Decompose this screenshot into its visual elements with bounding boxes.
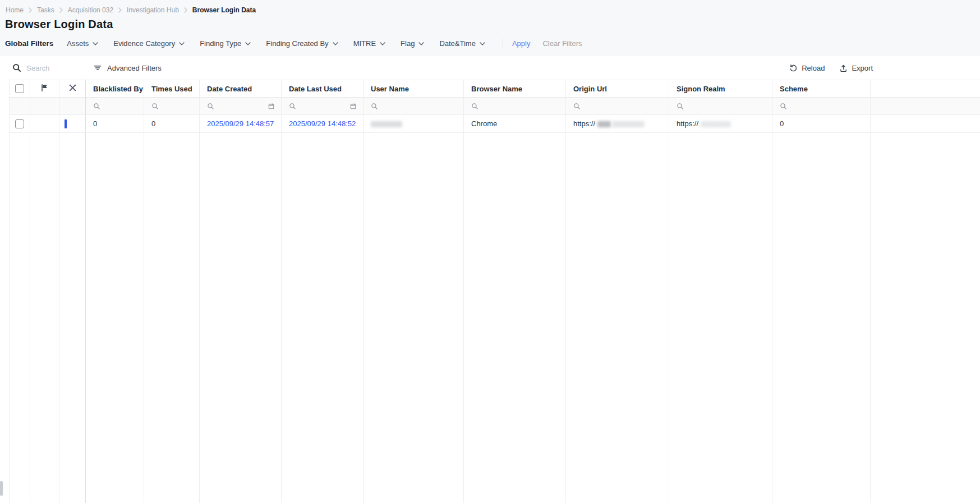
row-checkbox[interactable] — [15, 119, 24, 128]
filter-cell-empty — [30, 98, 59, 115]
row-marker-cell — [59, 115, 86, 133]
reload-button[interactable]: Reload — [789, 64, 825, 72]
toolbar-right-group: Reload Export — [789, 64, 873, 72]
breadcrumb-acquisition[interactable]: Acquisition 032 — [68, 6, 113, 14]
column-header-browser-name[interactable]: Browser Name — [464, 80, 566, 98]
redacted-origin-url — [597, 121, 611, 127]
filter-blacklisted-by[interactable] — [86, 98, 144, 115]
column-header-scheme[interactable]: Scheme — [772, 80, 871, 98]
filter-dropdown-evidence-category[interactable]: Evidence Category — [113, 39, 185, 48]
column-header-blacklisted-by[interactable]: Blacklisted By ... — [86, 80, 144, 98]
filter-dropdown-flag[interactable]: Flag — [401, 39, 424, 48]
advanced-filters-label: Advanced Filters — [107, 64, 162, 72]
filter-dropdown-label: Evidence Category — [113, 39, 175, 48]
export-label: Export — [852, 64, 873, 72]
evidence-marker-bar — [65, 119, 67, 128]
filter-date-created[interactable] — [200, 98, 282, 115]
calendar-icon[interactable] — [268, 103, 275, 110]
breadcrumb-home[interactable]: Home — [6, 6, 24, 14]
apply-filters-button[interactable]: Apply — [512, 39, 531, 48]
reload-label: Reload — [802, 64, 825, 72]
filter-lines-icon — [93, 63, 102, 72]
cell-date-created[interactable]: 2025/09/29 14:48:57 — [200, 115, 282, 133]
mitre-attack-icon — [68, 84, 77, 92]
chevron-down-icon — [93, 41, 98, 45]
breadcrumb-tasks[interactable]: Tasks — [37, 6, 54, 14]
column-header-user-name[interactable]: User Name — [364, 80, 464, 98]
filter-scheme[interactable] — [772, 98, 871, 115]
select-all-checkbox[interactable] — [15, 84, 24, 93]
filter-signon-realm[interactable] — [669, 98, 772, 115]
global-filters-label: Global Filters — [5, 39, 53, 48]
filter-cell-empty — [10, 98, 30, 115]
page-header: Home Tasks Acquisition 032 Investigation… — [0, 0, 980, 56]
clear-filters-button[interactable]: Clear Filters — [542, 39, 582, 48]
filter-date-last-used[interactable] — [282, 98, 364, 115]
search-input[interactable] — [26, 64, 78, 72]
breadcrumb: Home Tasks Acquisition 032 Investigation… — [0, 0, 980, 14]
filter-dropdown-assets[interactable]: Assets — [67, 39, 98, 48]
breadcrumb-current: Browser Login Data — [192, 6, 256, 14]
select-all-header-cell[interactable] — [10, 80, 30, 98]
column-search-icon — [371, 103, 463, 110]
filter-dropdown-label: Date&Time — [439, 39, 476, 48]
filter-dropdown-label: Finding Type — [200, 39, 241, 48]
breadcrumb-investigation-hub[interactable]: Investigation Hub — [127, 6, 179, 14]
chevron-down-icon — [179, 41, 185, 45]
column-search-icon — [207, 103, 214, 110]
cell-browser-name: Chrome — [464, 115, 566, 133]
column-header-spacer — [871, 80, 980, 98]
filter-dropdown-finding-type[interactable]: Finding Type — [200, 39, 251, 48]
filter-dropdown-mitre[interactable]: MITRE — [353, 39, 385, 48]
cell-times-used: 0 — [144, 115, 200, 133]
browser-login-data-table: Blacklisted By ... Times Used Date Creat… — [9, 80, 980, 503]
column-filter-row — [10, 98, 980, 115]
table-empty-area — [10, 133, 980, 503]
column-header-signon-realm[interactable]: Signon Realm — [669, 80, 772, 98]
chevron-down-icon — [480, 41, 485, 45]
filter-cell-spacer — [871, 98, 980, 115]
advanced-filters-button[interactable]: Advanced Filters — [93, 63, 162, 72]
filter-times-used[interactable] — [144, 98, 200, 115]
column-search-icon — [780, 103, 870, 110]
cell-blacklisted-by: 0 — [86, 115, 144, 133]
search-box — [12, 63, 81, 72]
flag-icon — [40, 84, 49, 92]
vertical-scrollbar-thumb[interactable] — [0, 481, 3, 496]
filter-user-name[interactable] — [364, 98, 464, 115]
column-header-date-last-used[interactable]: Date Last Used — [282, 80, 364, 98]
calendar-icon[interactable] — [349, 103, 357, 110]
column-search-icon — [93, 103, 144, 110]
filter-browser-name[interactable] — [464, 98, 566, 115]
cell-origin-url: https:// — [566, 115, 669, 133]
chevron-down-icon — [245, 41, 251, 45]
column-search-icon — [677, 103, 772, 110]
page-title: Browser Login Data — [0, 14, 980, 31]
chevron-right-icon — [184, 7, 187, 13]
mitre-attack-column-header[interactable] — [59, 80, 86, 98]
reload-icon — [789, 64, 798, 72]
column-header-date-created[interactable]: Date Created — [200, 80, 282, 98]
column-search-icon — [289, 103, 296, 110]
column-header-times-used[interactable]: Times Used — [144, 80, 200, 98]
cell-scheme: 0 — [772, 115, 871, 133]
export-button[interactable]: Export — [839, 64, 873, 72]
filter-cell-empty — [59, 98, 86, 115]
table-toolbar: Advanced Filters Reload Export — [0, 56, 873, 80]
column-header-origin-url[interactable]: Origin Url — [566, 80, 669, 98]
content-panel: Advanced Filters Reload Export — [0, 56, 980, 503]
column-search-icon — [471, 103, 565, 110]
flag-column-header[interactable] — [30, 80, 59, 98]
filter-origin-url[interactable] — [566, 98, 669, 115]
cell-signon-realm: https:// — [669, 115, 772, 133]
redacted-signon-realm — [701, 121, 731, 127]
chevron-down-icon — [333, 41, 338, 45]
cell-user-name — [364, 115, 464, 133]
cell-date-last-used[interactable]: 2025/09/29 14:48:52 — [282, 115, 364, 133]
column-search-icon — [151, 103, 199, 110]
filter-dropdown-datetime[interactable]: Date&Time — [439, 39, 485, 48]
row-select-cell[interactable] — [10, 115, 30, 133]
table-row[interactable]: 0 0 2025/09/29 14:48:57 2025/09/29 14:48… — [10, 115, 980, 133]
filter-dropdown-finding-created-by[interactable]: Finding Created By — [266, 39, 338, 48]
filterbar-divider — [503, 38, 503, 48]
